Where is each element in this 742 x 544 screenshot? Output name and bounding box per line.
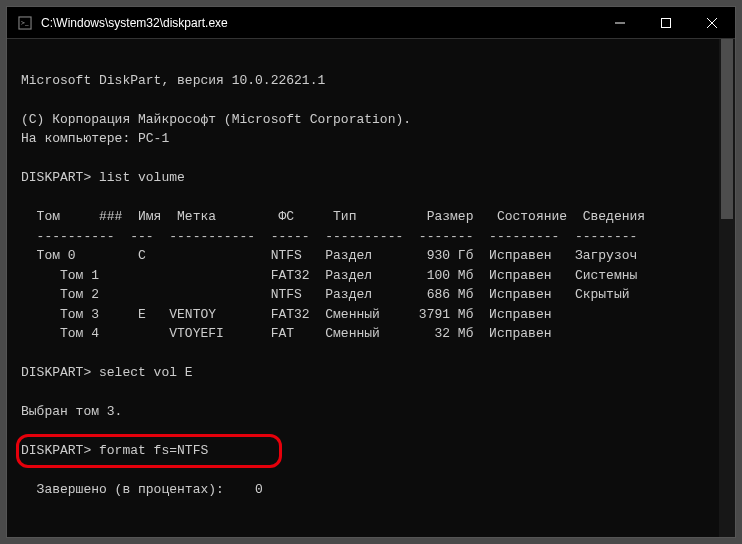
copyright-line: (C) Корпорация Майкрософт (Microsoft Cor… (21, 112, 411, 127)
table-row: Том 1 FAT32 Раздел 100 Мб Исправен Систе… (21, 268, 637, 283)
prompt-select-vol: DISKPART> select vol E (21, 365, 193, 380)
selected-volume-msg: Выбран том 3. (21, 404, 122, 419)
volume-table-divider: ---------- --- ----------- ----- -------… (21, 229, 637, 244)
vertical-scrollbar[interactable] (719, 39, 735, 537)
console-window: >_ C:\Windows\system32\diskpart.exe Micr… (6, 6, 736, 538)
close-button[interactable] (689, 7, 735, 38)
app-icon: >_ (17, 15, 33, 31)
table-row: Том 2 NTFS Раздел 686 Мб Исправен Скрыты… (21, 287, 630, 302)
diskpart-version: Microsoft DiskPart, версия 10.0.22621.1 (21, 73, 325, 88)
prompt-list-volume: DISKPART> list volume (21, 170, 185, 185)
table-row: Том 3 E VENTOY FAT32 Сменный 3791 Мб Исп… (21, 307, 552, 322)
svg-text:>_: >_ (21, 19, 29, 27)
svg-rect-4 (662, 18, 671, 27)
volume-table-header: Том ### Имя Метка ФС Тип Размер Состояни… (21, 209, 645, 224)
titlebar[interactable]: >_ C:\Windows\system32\diskpart.exe (7, 7, 735, 39)
window-controls (597, 7, 735, 38)
window-title: C:\Windows\system32\diskpart.exe (41, 16, 597, 30)
table-row: Том 0 C NTFS Раздел 930 Гб Исправен Загр… (21, 248, 637, 263)
table-row: Том 4 VTOYEFI FAT Сменный 32 Мб Исправен (21, 326, 552, 341)
scrollbar-thumb[interactable] (721, 39, 733, 219)
prompt-format: DISKPART> format fs=NTFS (21, 443, 208, 458)
format-progress-line: Завершено (в процентах): 0 (21, 482, 263, 497)
maximize-button[interactable] (643, 7, 689, 38)
terminal-output[interactable]: Microsoft DiskPart, версия 10.0.22621.1 … (7, 39, 735, 537)
minimize-button[interactable] (597, 7, 643, 38)
computer-line: На компьютере: PC-1 (21, 131, 169, 146)
